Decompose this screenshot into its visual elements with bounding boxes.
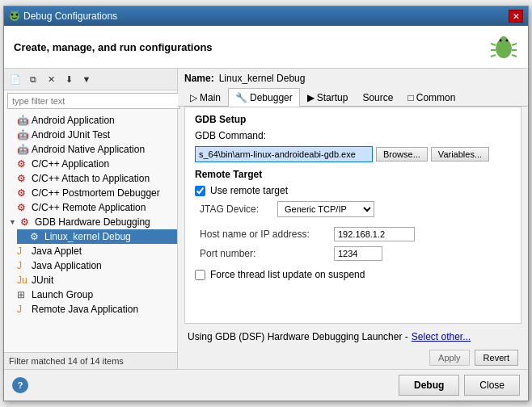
close-button[interactable]: Close: [464, 375, 520, 396]
gdb-command-label-row: GDB Command:: [195, 130, 511, 141]
config-tree: 🤖 Android Application 🤖 Android JUnit Te…: [4, 111, 177, 352]
new-config-button[interactable]: 📄: [7, 71, 23, 87]
bottom-right-buttons: Debug Close: [399, 375, 520, 396]
bottom-buttons: ? Debug Close: [4, 369, 528, 401]
tree-item-java-applet[interactable]: J Java Applet: [4, 244, 177, 258]
startup-tab-icon: ▶: [307, 92, 315, 103]
android-icon: 🤖: [17, 115, 28, 126]
config-tabs: ▷ Main 🔧 Debugger ▶ Startup Source □ Com…: [178, 88, 528, 107]
main-tab-icon: ▷: [190, 92, 197, 103]
use-remote-checkbox[interactable]: [195, 186, 205, 196]
config-name-value: Linux_kernel Debug: [219, 73, 306, 84]
svg-point-0: [10, 11, 19, 21]
browse-button[interactable]: Browse...: [376, 147, 428, 162]
remote-java-icon: J: [17, 304, 28, 315]
config-toolbar: 📄 ⧉ ✕ ⬇ ▼: [4, 69, 177, 90]
linux-kernel-icon: ⚙: [30, 231, 41, 242]
tree-item-launch-group[interactable]: ⊞ Launch Group: [4, 287, 177, 302]
name-label: Name:: [184, 73, 214, 84]
launcher-row: Using GDB (DSF) Hardware Debugging Launc…: [181, 327, 525, 346]
svg-point-1: [11, 14, 14, 16]
tab-startup[interactable]: ▶ Startup: [300, 88, 356, 107]
select-other-link[interactable]: Select other...: [412, 331, 471, 342]
tree-item-linux-kernel[interactable]: ⚙ Linux_kernel Debug: [17, 229, 177, 244]
expand-icon: ▼: [9, 218, 17, 226]
java-app-icon: J: [17, 260, 28, 271]
jtag-label: JTAG Device:: [200, 204, 272, 215]
tree-item-cpp-remote[interactable]: ⚙ C/C++ Remote Application: [4, 200, 177, 215]
filter-input[interactable]: [7, 93, 180, 109]
force-thread-row: Force thread list update on suspend: [195, 269, 511, 280]
tree-item-android-junit[interactable]: 🤖 Android JUnit Test: [4, 128, 177, 142]
window-icon: [9, 10, 20, 22]
tab-common[interactable]: □ Common: [400, 88, 462, 107]
tree-section-gdb: ⚙ Linux_kernel Debug: [4, 229, 177, 244]
svg-line-3: [11, 10, 12, 12]
tree-item-java-app[interactable]: J Java Application: [4, 258, 177, 273]
collapse-all-button[interactable]: ⬇: [61, 71, 77, 87]
tree-item-cpp-postmortem[interactable]: ⚙ C/C++ Postmortem Debugger: [4, 186, 177, 200]
tree-item-gdb-hardware[interactable]: ▼ ⚙ GDB Hardware Debugging: [4, 215, 177, 229]
tree-item-cpp-app[interactable]: ⚙ C/C++ Application: [4, 157, 177, 171]
header: Create, manage, and run configurations: [4, 26, 528, 69]
force-thread-label: Force thread list update on suspend: [210, 269, 365, 280]
svg-line-4: [17, 10, 18, 12]
filter-menu-button[interactable]: ▼: [78, 71, 95, 87]
launch-group-icon: ⊞: [17, 289, 28, 300]
variables-button[interactable]: Variables...: [431, 147, 489, 162]
tree-item-remote-java[interactable]: J Remote Java Application: [4, 302, 177, 317]
gdb-command-row: s_64\bin\arm-linux-androideabi-gdb.exe B…: [195, 146, 511, 162]
config-area: GDB Setup GDB Command: s_64\bin\arm-linu…: [178, 107, 528, 369]
svg-line-12: [512, 55, 517, 57]
gdb-command-label: GDB Command:: [195, 130, 266, 141]
jtag-row: JTAG Device: Generic TCP/IP Segger J-Lin…: [200, 201, 511, 217]
title-bar: Debug Configurations ✕: [4, 6, 528, 26]
right-panel: Name: Linux_kernel Debug ▷ Main 🔧 Debugg…: [178, 69, 528, 369]
left-panel: 📄 ⧉ ✕ ⬇ ▼ 🤖 Android Application 🤖 Androi…: [4, 69, 178, 369]
junit-icon: Ju: [17, 275, 28, 286]
config-name-row: Name: Linux_kernel Debug: [178, 69, 528, 88]
bug-icon: [489, 32, 518, 61]
delete-config-button[interactable]: ✕: [43, 71, 59, 87]
tab-source[interactable]: Source: [355, 88, 400, 107]
debug-button[interactable]: Debug: [399, 375, 459, 396]
help-button[interactable]: ?: [12, 377, 28, 393]
svg-line-7: [491, 44, 496, 45]
config-content: GDB Setup GDB Command: s_64\bin\arm-linu…: [184, 107, 521, 324]
tree-item-junit[interactable]: Ju JUnit: [4, 273, 177, 287]
title-bar-text: Debug Configurations: [23, 10, 117, 22]
close-window-button[interactable]: ✕: [509, 10, 523, 23]
force-thread-checkbox[interactable]: [195, 270, 205, 280]
android-native-icon: 🤖: [17, 144, 28, 155]
revert-button[interactable]: Revert: [475, 350, 518, 366]
port-input[interactable]: 1234: [334, 246, 382, 261]
tab-debugger[interactable]: 🔧 Debugger: [228, 88, 300, 107]
common-tab-icon: □: [407, 92, 413, 103]
tab-main[interactable]: ▷ Main: [183, 88, 228, 107]
apply-button[interactable]: Apply: [429, 350, 470, 366]
launcher-text: Using GDB (DSF) Hardware Debugging Launc…: [188, 331, 408, 342]
cpp-remote-icon: ⚙: [17, 202, 28, 213]
host-row: Host name or IP address: 192.168.1.2: [200, 227, 511, 241]
svg-line-9: [491, 55, 496, 57]
tree-item-android-app[interactable]: 🤖 Android Application: [4, 113, 177, 128]
tree-item-android-native[interactable]: 🤖 Android Native Application: [4, 142, 177, 157]
jtag-select[interactable]: Generic TCP/IP Segger J-Link: [277, 201, 374, 217]
port-row: Port number: 1234: [200, 246, 511, 261]
apply-revert-row: Apply Revert: [181, 346, 525, 369]
tree-item-cpp-attach[interactable]: ⚙ C/C++ Attach to Application: [4, 171, 177, 186]
gdb-setup-title: GDB Setup: [195, 114, 511, 125]
svg-point-2: [16, 14, 19, 16]
svg-line-10: [512, 44, 517, 45]
gdb-icon: ⚙: [20, 216, 32, 228]
duplicate-config-button[interactable]: ⧉: [25, 71, 41, 87]
remote-target-title: Remote Target: [195, 169, 511, 180]
debug-configurations-window: Debug Configurations ✕ Create, manage, a…: [3, 6, 529, 401]
main-content: 📄 ⧉ ✕ ⬇ ▼ 🤖 Android Application 🤖 Androi…: [4, 69, 528, 369]
gdb-command-input[interactable]: s_64\bin\arm-linux-androideabi-gdb.exe: [195, 146, 373, 162]
port-label: Port number:: [200, 248, 329, 259]
host-label: Host name or IP address:: [200, 229, 329, 240]
cpp-postmortem-icon: ⚙: [17, 187, 28, 199]
use-remote-row: Use remote target: [195, 185, 511, 196]
host-input[interactable]: 192.168.1.2: [334, 227, 415, 241]
